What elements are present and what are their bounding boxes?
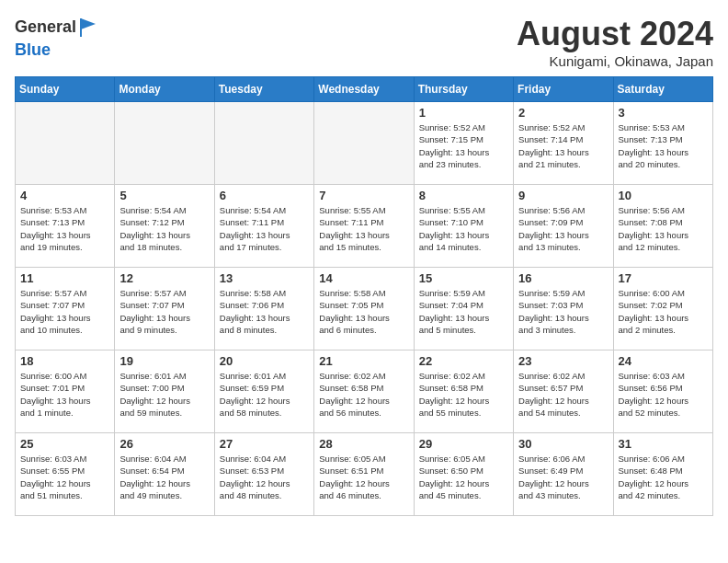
- day-number: 27: [220, 437, 309, 451]
- calendar-day-cell: 24Sunrise: 6:03 AM Sunset: 6:56 PM Dayli…: [613, 350, 712, 433]
- calendar-day-cell: 16Sunrise: 5:59 AM Sunset: 7:03 PM Dayli…: [514, 268, 613, 350]
- calendar-day-cell: 23Sunrise: 6:02 AM Sunset: 6:57 PM Dayli…: [514, 350, 613, 433]
- day-of-week-header: Tuesday: [214, 77, 313, 102]
- day-info: Sunrise: 6:04 AM Sunset: 6:53 PM Dayligh…: [220, 453, 309, 501]
- calendar-day-cell: 14Sunrise: 5:58 AM Sunset: 7:05 PM Dayli…: [314, 268, 414, 350]
- day-info: Sunrise: 5:58 AM Sunset: 7:05 PM Dayligh…: [319, 287, 408, 336]
- day-number: 30: [518, 437, 608, 451]
- month-title: August 2024: [517, 15, 713, 53]
- calendar-day-cell: 2Sunrise: 5:52 AM Sunset: 7:14 PM Daylig…: [514, 102, 613, 185]
- day-number: 24: [619, 354, 708, 368]
- calendar-day-cell: 30Sunrise: 6:06 AM Sunset: 6:49 PM Dayli…: [514, 433, 613, 516]
- day-info: Sunrise: 6:03 AM Sunset: 6:55 PM Dayligh…: [20, 453, 109, 501]
- day-info: Sunrise: 6:02 AM Sunset: 6:58 PM Dayligh…: [319, 370, 408, 419]
- day-info: Sunrise: 5:56 AM Sunset: 7:09 PM Dayligh…: [518, 204, 608, 253]
- calendar-day-cell: [314, 102, 414, 185]
- calendar-day-cell: 19Sunrise: 6:01 AM Sunset: 7:00 PM Dayli…: [115, 350, 214, 433]
- calendar-day-cell: 13Sunrise: 5:58 AM Sunset: 7:06 PM Dayli…: [214, 268, 313, 350]
- day-of-week-header: Friday: [514, 77, 613, 102]
- day-number: 5: [119, 189, 209, 202]
- day-number: 15: [419, 271, 508, 285]
- day-info: Sunrise: 5:57 AM Sunset: 7:07 PM Dayligh…: [119, 287, 209, 336]
- calendar-day-cell: 27Sunrise: 6:04 AM Sunset: 6:53 PM Dayli…: [214, 433, 313, 516]
- day-number: 10: [619, 189, 708, 202]
- calendar-week-row: 11Sunrise: 5:57 AM Sunset: 7:07 PM Dayli…: [16, 268, 713, 350]
- calendar-day-cell: 25Sunrise: 6:03 AM Sunset: 6:55 PM Dayli…: [16, 433, 115, 516]
- title-section: August 2024 Kunigami, Okinawa, Japan: [517, 15, 713, 69]
- day-number: 2: [518, 106, 608, 120]
- calendar-day-cell: 11Sunrise: 5:57 AM Sunset: 7:07 PM Dayli…: [16, 268, 115, 350]
- day-info: Sunrise: 5:57 AM Sunset: 7:07 PM Dayligh…: [20, 287, 109, 336]
- calendar-day-cell: 10Sunrise: 5:56 AM Sunset: 7:08 PM Dayli…: [613, 185, 712, 268]
- calendar-day-cell: 8Sunrise: 5:55 AM Sunset: 7:10 PM Daylig…: [414, 185, 513, 268]
- day-number: 31: [619, 437, 708, 451]
- day-info: Sunrise: 5:54 AM Sunset: 7:11 PM Dayligh…: [220, 204, 309, 253]
- day-number: 21: [319, 354, 408, 368]
- calendar-day-cell: 4Sunrise: 5:53 AM Sunset: 7:13 PM Daylig…: [16, 185, 115, 268]
- day-number: 11: [20, 271, 109, 285]
- calendar-day-cell: 17Sunrise: 6:00 AM Sunset: 7:02 PM Dayli…: [613, 268, 712, 350]
- day-info: Sunrise: 5:53 AM Sunset: 7:13 PM Dayligh…: [20, 204, 109, 253]
- day-info: Sunrise: 6:00 AM Sunset: 7:02 PM Dayligh…: [619, 287, 708, 336]
- day-info: Sunrise: 6:03 AM Sunset: 6:56 PM Dayligh…: [619, 370, 708, 419]
- day-number: 13: [220, 271, 309, 285]
- calendar-header-row: SundayMondayTuesdayWednesdayThursdayFrid…: [16, 77, 713, 102]
- day-of-week-header: Sunday: [16, 77, 115, 102]
- day-number: 29: [419, 437, 508, 451]
- calendar-day-cell: 12Sunrise: 5:57 AM Sunset: 7:07 PM Dayli…: [115, 268, 214, 350]
- calendar-week-row: 18Sunrise: 6:00 AM Sunset: 7:01 PM Dayli…: [16, 350, 713, 433]
- day-of-week-header: Saturday: [613, 77, 712, 102]
- day-number: 8: [419, 189, 508, 202]
- day-info: Sunrise: 6:04 AM Sunset: 6:54 PM Dayligh…: [119, 453, 209, 501]
- day-number: 19: [119, 354, 209, 368]
- day-info: Sunrise: 6:01 AM Sunset: 7:00 PM Dayligh…: [119, 370, 209, 419]
- calendar-day-cell: 15Sunrise: 5:59 AM Sunset: 7:04 PM Dayli…: [414, 268, 513, 350]
- calendar-day-cell: 31Sunrise: 6:06 AM Sunset: 6:48 PM Dayli…: [613, 433, 712, 516]
- calendar-day-cell: 29Sunrise: 6:05 AM Sunset: 6:50 PM Dayli…: [414, 433, 513, 516]
- day-info: Sunrise: 6:05 AM Sunset: 6:50 PM Dayligh…: [419, 453, 508, 501]
- calendar-day-cell: 28Sunrise: 6:05 AM Sunset: 6:51 PM Dayli…: [314, 433, 414, 516]
- svg-marker-0: [81, 18, 96, 29]
- day-info: Sunrise: 6:06 AM Sunset: 6:48 PM Dayligh…: [619, 453, 708, 501]
- calendar-day-cell: 7Sunrise: 5:55 AM Sunset: 7:11 PM Daylig…: [314, 185, 414, 268]
- page-header: General Blue August 2024 Kunigami, Okina…: [15, 15, 713, 69]
- calendar-day-cell: 22Sunrise: 6:02 AM Sunset: 6:58 PM Dayli…: [414, 350, 513, 433]
- day-number: 20: [220, 354, 309, 368]
- day-number: 4: [20, 189, 109, 202]
- day-of-week-header: Monday: [115, 77, 214, 102]
- day-info: Sunrise: 5:53 AM Sunset: 7:13 PM Dayligh…: [619, 121, 708, 170]
- day-number: 16: [518, 271, 608, 285]
- day-info: Sunrise: 5:59 AM Sunset: 7:03 PM Dayligh…: [518, 287, 608, 336]
- calendar-day-cell: [16, 102, 115, 185]
- day-number: 7: [319, 189, 408, 202]
- day-of-week-header: Thursday: [414, 77, 513, 102]
- calendar-table: SundayMondayTuesdayWednesdayThursdayFrid…: [15, 76, 713, 516]
- day-info: Sunrise: 5:52 AM Sunset: 7:14 PM Dayligh…: [518, 121, 608, 170]
- day-info: Sunrise: 5:58 AM Sunset: 7:06 PM Dayligh…: [220, 287, 309, 336]
- calendar-day-cell: 18Sunrise: 6:00 AM Sunset: 7:01 PM Dayli…: [16, 350, 115, 433]
- day-info: Sunrise: 6:05 AM Sunset: 6:51 PM Dayligh…: [319, 453, 408, 501]
- calendar-day-cell: [115, 102, 214, 185]
- day-number: 14: [319, 271, 408, 285]
- day-number: 12: [119, 271, 209, 285]
- day-number: 6: [220, 189, 309, 202]
- day-number: 23: [518, 354, 608, 368]
- day-info: Sunrise: 5:55 AM Sunset: 7:10 PM Dayligh…: [419, 204, 508, 253]
- day-number: 1: [419, 106, 508, 120]
- calendar-day-cell: 1Sunrise: 5:52 AM Sunset: 7:15 PM Daylig…: [414, 102, 513, 185]
- day-info: Sunrise: 5:55 AM Sunset: 7:11 PM Dayligh…: [319, 204, 408, 253]
- day-number: 22: [419, 354, 508, 368]
- location: Kunigami, Okinawa, Japan: [517, 53, 713, 69]
- calendar-day-cell: 3Sunrise: 5:53 AM Sunset: 7:13 PM Daylig…: [613, 102, 712, 185]
- day-number: 17: [619, 271, 708, 285]
- day-number: 9: [518, 189, 608, 202]
- day-number: 28: [319, 437, 408, 451]
- calendar-week-row: 1Sunrise: 5:52 AM Sunset: 7:15 PM Daylig…: [16, 102, 713, 185]
- day-info: Sunrise: 5:56 AM Sunset: 7:08 PM Dayligh…: [619, 204, 708, 253]
- calendar-week-row: 25Sunrise: 6:03 AM Sunset: 6:55 PM Dayli…: [16, 433, 713, 516]
- day-info: Sunrise: 6:01 AM Sunset: 6:59 PM Dayligh…: [220, 370, 309, 419]
- day-info: Sunrise: 5:59 AM Sunset: 7:04 PM Dayligh…: [419, 287, 508, 336]
- day-number: 18: [20, 354, 109, 368]
- calendar-day-cell: 20Sunrise: 6:01 AM Sunset: 6:59 PM Dayli…: [214, 350, 313, 433]
- day-info: Sunrise: 5:52 AM Sunset: 7:15 PM Dayligh…: [419, 121, 508, 170]
